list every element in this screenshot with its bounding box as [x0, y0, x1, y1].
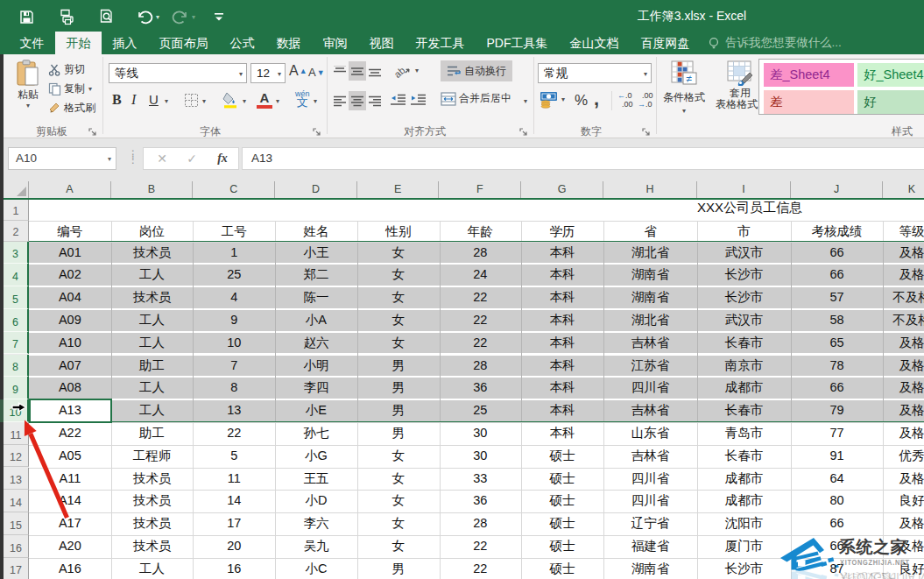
cell-G17[interactable]: 硕士: [521, 558, 603, 579]
cell-G13[interactable]: 硕士: [521, 468, 603, 491]
tab-页面布局[interactable]: 页面布局: [148, 32, 219, 54]
cell-A13[interactable]: A11: [29, 468, 111, 491]
cell-D15[interactable]: 李六: [275, 512, 357, 535]
cell-A6[interactable]: A09: [29, 309, 111, 332]
column-header-F[interactable]: F: [440, 181, 522, 198]
cell-D3[interactable]: 小王: [275, 242, 357, 265]
fill-color-button[interactable]: [222, 91, 242, 109]
decrease-font-button[interactable]: A▼: [308, 66, 325, 79]
tab-文件[interactable]: 文件: [9, 32, 55, 54]
cell-G5[interactable]: 本科: [521, 286, 603, 309]
font-size-combo[interactable]: 12 ▾: [250, 63, 286, 83]
format-painter-button[interactable]: 格式刷: [48, 101, 95, 116]
cell-A3[interactable]: A01: [29, 242, 111, 265]
cell-J2[interactable]: 考核成绩: [791, 221, 883, 242]
accounting-format-button[interactable]: [539, 90, 561, 109]
cell-J14[interactable]: 80: [791, 490, 883, 512]
cell-C4[interactable]: 25: [193, 264, 275, 286]
cell-E17[interactable]: 男: [357, 558, 440, 579]
bold-button[interactable]: B: [112, 92, 122, 108]
clipboard-dialog-launcher-icon[interactable]: [88, 125, 98, 135]
accounting-dropdown-icon[interactable]: ▾: [561, 96, 565, 103]
cell-J13[interactable]: 64: [791, 468, 883, 491]
alignment-dialog-launcher-icon[interactable]: [519, 125, 529, 135]
cell-F9[interactable]: 36: [440, 377, 522, 399]
column-header-C[interactable]: C: [193, 181, 275, 198]
cell-C10[interactable]: 13: [193, 399, 275, 422]
tab-开始[interactable]: 开始: [55, 32, 102, 54]
tab-金山文档[interactable]: 金山文档: [559, 32, 630, 54]
cell-E12[interactable]: 女: [357, 445, 440, 468]
cell-G9[interactable]: 本科: [521, 377, 603, 399]
cell-style-option[interactable]: 差: [764, 90, 854, 114]
cell-F14[interactable]: 36: [440, 490, 522, 512]
cell-C3[interactable]: 1: [193, 242, 275, 265]
cell-B11[interactable]: 助工: [111, 422, 194, 445]
cell-E2[interactable]: 性别: [357, 221, 440, 242]
increase-decimal-button[interactable]: ←.0 .00: [617, 91, 633, 109]
cell-H4[interactable]: 湖南省: [603, 264, 697, 286]
cell-J8[interactable]: 78: [791, 355, 883, 378]
tab-PDF工具集[interactable]: PDF工具集: [476, 32, 559, 54]
cell-I10[interactable]: 长春市: [697, 399, 791, 422]
column-header-E[interactable]: E: [357, 181, 440, 198]
row-header-7[interactable]: 7: [4, 332, 29, 355]
column-header-A[interactable]: A: [29, 181, 111, 198]
cell-A8[interactable]: A07: [29, 355, 111, 378]
align-middle-button[interactable]: [349, 61, 366, 81]
cell-J15[interactable]: 66: [791, 512, 883, 535]
cell-G12[interactable]: 硕士: [521, 445, 603, 468]
row-header-12[interactable]: 12: [4, 445, 29, 468]
cell-K9[interactable]: 及格: [883, 377, 924, 399]
cell-E14[interactable]: 女: [357, 490, 440, 512]
cell-H2[interactable]: 省: [603, 221, 697, 242]
cut-button[interactable]: 剪切: [48, 62, 85, 77]
cell-A11[interactable]: A22: [29, 422, 111, 445]
cell-G6[interactable]: 本科: [521, 309, 603, 332]
cell-I13[interactable]: 成都市: [697, 468, 791, 491]
merge-center-dropdown-icon[interactable]: ▾: [524, 98, 527, 105]
cell-F11[interactable]: 30: [440, 422, 522, 445]
cell-D17[interactable]: 小C: [275, 558, 357, 579]
phonetic-dropdown-icon[interactable]: ▾: [314, 98, 317, 105]
cell-B6[interactable]: 工人: [111, 309, 194, 332]
cell-J7[interactable]: 65: [791, 332, 883, 355]
borders-dropdown-icon[interactable]: ▾: [202, 98, 206, 105]
cell-I6[interactable]: 武汉市: [697, 309, 791, 332]
cell-H13[interactable]: 四川省: [603, 468, 697, 491]
row-header-6[interactable]: 6: [4, 309, 29, 332]
orientation-button[interactable]: ab: [394, 61, 414, 79]
row-header-2[interactable]: 2: [4, 221, 29, 242]
cell-E4[interactable]: 女: [357, 264, 440, 286]
align-bottom-button[interactable]: [366, 61, 384, 81]
row-header-15[interactable]: 15: [4, 512, 29, 535]
cell-D16[interactable]: 吴九: [275, 535, 357, 558]
copy-button[interactable]: 复制 ▾: [48, 81, 92, 96]
cell-E8[interactable]: 男: [357, 355, 440, 378]
underline-dropdown-icon[interactable]: ▾: [165, 98, 168, 105]
cell-H16[interactable]: 福建省: [603, 535, 697, 558]
cell-K12[interactable]: 优秀: [883, 445, 924, 468]
cell-K6[interactable]: 不及格: [883, 309, 924, 332]
phonetic-button[interactable]: wén 文: [295, 89, 310, 107]
number-format-combo[interactable]: 常规 ▾: [538, 63, 652, 83]
cell-I17[interactable]: 长沙市: [697, 558, 791, 579]
cell-I15[interactable]: 沈阳市: [697, 512, 791, 535]
cell-G2[interactable]: 学历: [521, 221, 603, 242]
cell-C6[interactable]: 9: [193, 309, 275, 332]
cell-I16[interactable]: 厦门市: [697, 535, 791, 558]
cell-B2[interactable]: 岗位: [111, 221, 194, 242]
cell-H6[interactable]: 湖北省: [603, 309, 697, 332]
align-top-button[interactable]: [331, 61, 349, 81]
undo-dropdown-icon[interactable]: ▾: [156, 14, 163, 21]
cell-H7[interactable]: 吉林省: [603, 332, 697, 355]
cell-D9[interactable]: 李四: [275, 377, 357, 399]
cell-E7[interactable]: 女: [357, 332, 440, 355]
cell-K11[interactable]: 及格: [883, 422, 924, 445]
cell-D8[interactable]: 小明: [275, 355, 357, 378]
print-preview-icon[interactable]: [98, 8, 116, 25]
row-header-17[interactable]: 17: [4, 558, 29, 579]
name-box[interactable]: A10 ▾: [8, 147, 116, 170]
cell-C15[interactable]: 17: [193, 512, 275, 535]
cell-B12[interactable]: 工程师: [111, 445, 194, 468]
